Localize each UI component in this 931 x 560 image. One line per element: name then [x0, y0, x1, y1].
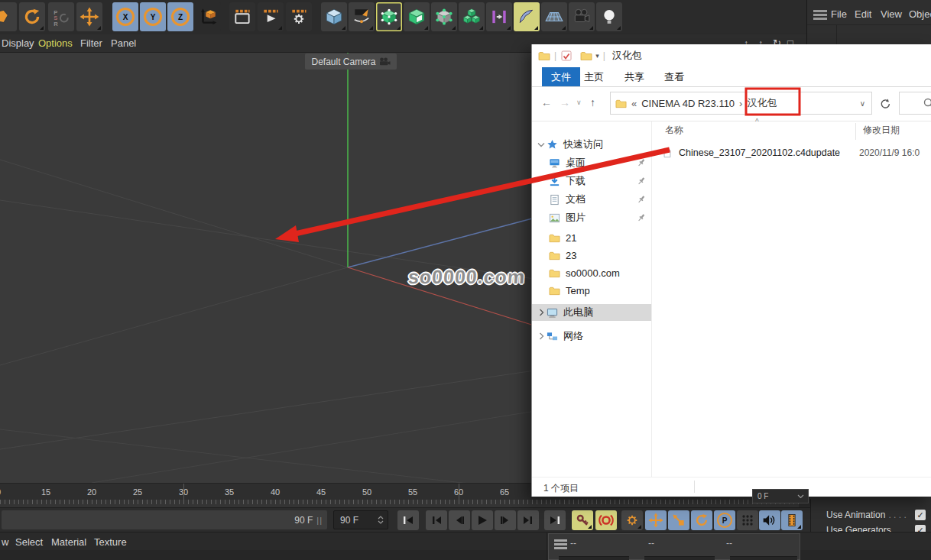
camera-object-button[interactable]: [569, 2, 595, 31]
axis-lock-z-button[interactable]: Z: [167, 2, 193, 31]
subdivision-surface-button[interactable]: [376, 2, 402, 31]
menu-filter[interactable]: Filter: [80, 37, 102, 49]
add-cube-button[interactable]: [321, 2, 347, 31]
search-box[interactable]: [899, 92, 931, 115]
hamburger-icon[interactable]: [813, 10, 827, 21]
prev-key-button[interactable]: [426, 510, 447, 530]
sidebar-item-pictures[interactable]: 图片: [532, 209, 651, 226]
refresh-button[interactable]: [874, 92, 894, 115]
light-object-button[interactable]: [596, 2, 622, 31]
file-row[interactable]: Chinese_23107_20201102.c4dupdate 2020/11…: [662, 144, 931, 161]
sidebar-item-so0000[interactable]: so0000.com: [532, 264, 651, 281]
tab-share[interactable]: 共享: [615, 67, 654, 86]
column-divider[interactable]: [855, 123, 856, 140]
use-animation-row[interactable]: Use Animation . . . . ✓: [811, 507, 931, 523]
record-point-level-button[interactable]: [737, 510, 758, 530]
frame-stepper[interactable]: [378, 516, 384, 524]
breadcrumb-root[interactable]: CINEMA 4D R23.110: [641, 98, 735, 109]
chevron-right-icon[interactable]: [537, 309, 546, 316]
sidebar-item-downloads[interactable]: 下载: [532, 173, 651, 189]
frame-increment-field[interactable]: 0 F: [752, 489, 809, 503]
sidebar-item-documents[interactable]: 文档: [532, 191, 651, 208]
menu-options[interactable]: Options: [38, 37, 73, 49]
menu-panel[interactable]: Panel: [111, 37, 136, 49]
axis-lock-y-button[interactable]: Y: [140, 2, 166, 31]
column-header-date[interactable]: 修改日期: [863, 124, 900, 137]
range-end-marker[interactable]: ||: [316, 516, 323, 525]
sidebar-splitter[interactable]: [651, 121, 652, 477]
obj-menu-file[interactable]: File: [831, 8, 847, 20]
coord-x-field[interactable]: [559, 556, 629, 560]
menu-select[interactable]: Select: [15, 536, 43, 548]
floor-object-button[interactable]: [541, 2, 567, 31]
frame-field[interactable]: 90 F: [333, 510, 388, 529]
tab-home[interactable]: 主页: [575, 67, 613, 86]
explorer-titlebar[interactable]: | ▾ | 汉化包: [532, 44, 931, 67]
autokey-gear-button[interactable]: [621, 510, 643, 530]
record-active-button[interactable]: [595, 510, 617, 530]
sidebar-item-this-pc[interactable]: 此电脑: [532, 304, 651, 321]
menu-texture[interactable]: Texture: [94, 536, 127, 548]
axis-lock-x-button[interactable]: X: [112, 2, 138, 31]
skip-end-button[interactable]: [544, 510, 566, 530]
symmetry-object-button[interactable]: [486, 2, 512, 31]
up-button[interactable]: ↑: [590, 96, 595, 108]
timeline-range-slider[interactable]: 90 F ||: [2, 510, 327, 529]
sidebar-item-temp[interactable]: Temp: [532, 282, 651, 299]
record-position-button[interactable]: [645, 510, 667, 530]
bend-deformer-button[interactable]: [514, 2, 540, 31]
crumb-prefix[interactable]: «: [631, 98, 637, 109]
sort-caret-icon[interactable]: ^: [755, 118, 759, 126]
render-animation-button[interactable]: [258, 2, 284, 31]
record-scale-button[interactable]: [668, 510, 689, 530]
record-key-button[interactable]: [572, 510, 593, 530]
edge-tool-partial-button[interactable]: [0, 2, 17, 31]
history-dropdown[interactable]: ∨: [576, 99, 582, 106]
modeling-cage-button[interactable]: [431, 2, 457, 31]
breadcrumb-current[interactable]: 汉化包: [747, 96, 777, 110]
rotate-tool-button[interactable]: [19, 2, 45, 31]
coordinate-system-button[interactable]: [195, 2, 221, 31]
move-tool-button[interactable]: [76, 2, 102, 31]
obj-menu-view[interactable]: View: [881, 8, 902, 20]
render-view-button[interactable]: [229, 2, 255, 31]
hamburger-icon[interactable]: [554, 539, 567, 551]
play-button[interactable]: [472, 510, 493, 530]
address-dropdown-icon[interactable]: ∨: [860, 99, 865, 108]
sidebar-item-desktop[interactable]: 桌面: [532, 154, 651, 171]
obj-menu-edit[interactable]: Edit: [855, 8, 871, 20]
sidebar-item-network[interactable]: 网络: [532, 328, 651, 345]
sidebar-item-quick-access[interactable]: 快速访问: [532, 136, 651, 153]
menu-display[interactable]: Display: [2, 37, 34, 49]
camera-label-chip[interactable]: Default Camera: [305, 53, 397, 70]
menu-material[interactable]: Material: [51, 536, 86, 548]
new-folder-icon[interactable]: [580, 50, 592, 62]
sound-playback-button[interactable]: [759, 510, 780, 530]
sidebar-item-folder-23[interactable]: 23: [532, 247, 651, 264]
chevron-down-icon[interactable]: [537, 142, 546, 147]
next-frame-button[interactable]: [495, 510, 516, 530]
sidebar-item-folder-21[interactable]: 21: [532, 229, 651, 246]
record-parameter-button[interactable]: P: [714, 510, 735, 530]
prev-frame-button[interactable]: [449, 510, 470, 530]
column-header-name[interactable]: 名称: [665, 124, 683, 137]
psr-reset-button[interactable]: PSR: [48, 2, 74, 31]
properties-check-icon[interactable]: [560, 50, 573, 62]
address-bar[interactable]: « CINEMA 4D R23.110 › 汉化包 ∨: [610, 92, 872, 115]
make-preview-button[interactable]: [781, 510, 803, 530]
quickbar-dropdown-icon[interactable]: ▾: [595, 52, 599, 60]
record-rotation-button[interactable]: [691, 510, 712, 530]
obj-menu-objects[interactable]: Objec: [909, 8, 931, 20]
extrude-object-button[interactable]: [404, 2, 430, 31]
array-object-button[interactable]: [459, 2, 485, 31]
coord-y-field[interactable]: [644, 556, 715, 560]
menu-view-clipped[interactable]: w: [2, 536, 8, 548]
use-animation-checkbox[interactable]: ✓: [915, 510, 926, 520]
next-key-button[interactable]: [517, 510, 539, 530]
back-button[interactable]: ←: [541, 96, 552, 108]
spline-pen-button[interactable]: [349, 2, 375, 31]
skip-start-button[interactable]: [397, 510, 419, 530]
chevron-right-icon[interactable]: [537, 332, 546, 340]
tab-view[interactable]: 查看: [655, 67, 693, 86]
render-settings-button[interactable]: [286, 2, 312, 31]
